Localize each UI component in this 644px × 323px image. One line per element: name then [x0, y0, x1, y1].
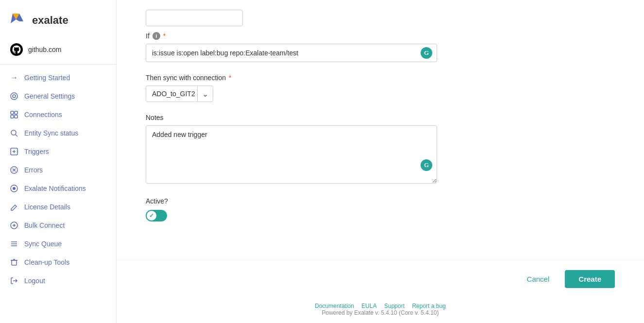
sidebar-label-entity-sync-status: Entity Sync status — [24, 129, 78, 137]
report-bug-link[interactable]: Report a bug — [412, 303, 445, 309]
sidebar-item-sync-queue[interactable]: Sync Queue — [0, 235, 116, 253]
if-field-group: If i * G — [146, 32, 615, 62]
sidebar-item-getting-started[interactable]: → Getting Started — [0, 68, 116, 87]
sidebar-label-exalate-notifications: Exalate Notifications — [24, 185, 86, 192]
grammarly-notes-icon: G — [424, 161, 429, 169]
list-icon — [10, 239, 18, 248]
create-button[interactable]: Create — [565, 270, 615, 288]
partial-top-input — [146, 10, 615, 26]
sidebar-item-clean-up-tools[interactable]: Clean-up Tools — [0, 253, 116, 272]
active-label: Active? — [146, 197, 615, 205]
sidebar-label-clean-up-tools: Clean-up Tools — [24, 258, 69, 266]
toggle-track: ✓ — [146, 210, 167, 221]
main-content: If i * G Then sync with connection * ADO… — [117, 0, 644, 323]
grammarly-if-button[interactable]: G — [421, 47, 432, 59]
sidebar-label-license-details: License Details — [24, 203, 70, 211]
notes-textarea[interactable]: Added new trigger — [146, 125, 437, 184]
if-label-text: If — [146, 32, 150, 40]
sidebar-label-bulk-connect: Bulk Connect — [24, 221, 65, 229]
notes-label-text: Notes — [146, 114, 164, 121]
logout-icon — [10, 276, 18, 285]
edit-icon — [10, 203, 18, 211]
sidebar-label-sync-queue: Sync Queue — [24, 240, 62, 248]
sidebar: exalate github.com → Getting Started Gen… — [0, 0, 117, 323]
sidebar-item-errors[interactable]: Errors — [0, 161, 116, 179]
trash-icon — [10, 258, 18, 267]
sidebar-item-exalate-notifications[interactable]: Exalate Notifications — [0, 179, 116, 198]
platform-section: github.com — [0, 39, 116, 65]
svg-rect-9 — [11, 115, 14, 118]
footer-actions: Cancel Create — [117, 260, 644, 298]
eula-link[interactable]: EULA — [361, 303, 376, 309]
svg-line-12 — [16, 135, 17, 136]
logo: exalate — [0, 8, 116, 39]
grid-icon — [10, 110, 18, 119]
sidebar-label-logout: Logout — [24, 277, 45, 285]
form-area: If i * G Then sync with connection * ADO… — [117, 0, 644, 260]
sidebar-label-errors: Errors — [24, 166, 43, 174]
notes-textarea-wrapper: Added new trigger G — [146, 125, 437, 186]
grammarly-notes-button[interactable]: G — [421, 159, 432, 171]
connection-select[interactable]: ADO_to_GIT2 — [146, 85, 213, 102]
partial-field[interactable] — [146, 10, 243, 26]
then-field-group: Then sync with connection * ADO_to_GIT2 … — [146, 74, 615, 102]
svg-point-20 — [13, 187, 16, 190]
platform-text: github.com — [28, 46, 61, 53]
toggle-check-icon: ✓ — [149, 212, 154, 219]
connection-select-wrapper: ADO_to_GIT2 ⌄ — [146, 85, 213, 102]
sidebar-item-license-details[interactable]: License Details — [0, 198, 116, 216]
sidebar-label-connections: Connections — [24, 111, 62, 119]
sidebar-label-general-settings: General Settings — [24, 92, 75, 100]
page-footer: Documentation EULA Support Report a bug … — [117, 298, 644, 323]
notifications-icon — [10, 184, 18, 193]
trigger-icon — [10, 147, 18, 156]
svg-point-6 — [13, 95, 16, 98]
svg-rect-10 — [15, 115, 17, 118]
notes-field-group: Notes Added new trigger G — [146, 114, 615, 186]
if-info-icon[interactable]: i — [153, 32, 160, 40]
github-icon — [10, 43, 23, 56]
then-label-text: Then sync with connection — [146, 74, 226, 82]
arrow-right-icon: → — [10, 73, 18, 82]
powered-by-text: Powered by Exalate v. 5.4.10 (Core v. 5.… — [117, 309, 644, 316]
active-field-group: Active? ✓ — [146, 197, 615, 223]
if-input-wrapper: G — [146, 44, 437, 62]
select-divider — [197, 85, 198, 102]
error-icon — [10, 166, 18, 174]
if-required-star: * — [163, 32, 166, 40]
then-label: Then sync with connection * — [146, 74, 615, 82]
svg-point-11 — [11, 130, 16, 135]
sidebar-item-bulk-connect[interactable]: Bulk Connect — [0, 216, 116, 235]
active-toggle[interactable]: ✓ — [146, 210, 167, 221]
documentation-link[interactable]: Documentation — [315, 303, 354, 309]
if-input[interactable] — [146, 44, 437, 62]
bulk-icon — [10, 221, 18, 230]
svg-rect-7 — [11, 111, 14, 114]
sidebar-item-connections[interactable]: Connections — [0, 105, 116, 124]
if-label: If i * — [146, 32, 615, 40]
svg-rect-8 — [15, 111, 17, 114]
svg-point-4 — [10, 43, 23, 56]
search-icon — [10, 129, 18, 137]
sidebar-item-triggers[interactable]: Triggers — [0, 142, 116, 161]
cancel-button[interactable]: Cancel — [519, 270, 558, 288]
settings-icon — [10, 92, 18, 101]
svg-rect-25 — [12, 260, 17, 265]
sidebar-item-entity-sync-status[interactable]: Entity Sync status — [0, 124, 116, 142]
svg-point-5 — [11, 93, 17, 100]
sidebar-label-getting-started: Getting Started — [24, 74, 70, 82]
logo-text: exalate — [32, 14, 68, 27]
then-required-star: * — [229, 74, 231, 82]
toggle-thumb: ✓ — [147, 211, 156, 221]
exalate-logo-icon — [10, 12, 27, 29]
notes-label: Notes — [146, 114, 615, 121]
grammarly-icon: G — [424, 49, 429, 57]
support-link[interactable]: Support — [384, 303, 405, 309]
sidebar-item-general-settings[interactable]: General Settings — [0, 87, 116, 105]
sidebar-item-logout[interactable]: Logout — [0, 272, 116, 290]
sidebar-label-triggers: Triggers — [24, 148, 49, 155]
